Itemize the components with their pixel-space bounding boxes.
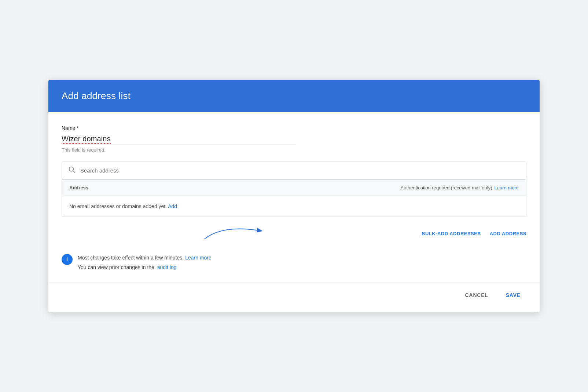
name-input-wrapper: Wizer domains [62, 135, 526, 145]
actions-row: BULK-ADD ADDRESSES ADD ADDRESS [62, 224, 526, 246]
col-auth-header: Authentication required (received mail o… [401, 185, 519, 190]
arrow-annotation [201, 221, 274, 243]
name-input-value[interactable]: Wizer domains [62, 135, 111, 144]
search-box[interactable] [62, 161, 526, 179]
bulk-add-button[interactable]: BULK-ADD ADDRESSES [422, 229, 481, 239]
info-learn-more-link[interactable]: Learn more [185, 255, 212, 261]
col-auth-text: Authentication required (received mail o… [401, 185, 492, 190]
info-section: i Most changes take effect within a few … [62, 246, 526, 282]
table-empty-state: No email addresses or domains added yet.… [62, 196, 526, 217]
info-line2: You can view prior changes in the audit … [78, 263, 212, 272]
learn-more-link[interactable]: Learn more [495, 185, 519, 190]
dialog-body: Name * Wizer domains This field is requi… [48, 112, 540, 282]
search-input[interactable] [80, 167, 520, 174]
info-line1: Most changes take effect within a few mi… [78, 253, 212, 262]
address-table: Address Authentication required (receive… [62, 179, 526, 217]
input-underline [62, 145, 296, 145]
svg-line-1 [73, 171, 75, 173]
search-icon [68, 166, 76, 175]
field-error-message: This field is required. [62, 147, 526, 153]
dialog-footer: CANCEL SAVE [48, 282, 540, 312]
add-link[interactable]: Add [168, 203, 177, 209]
info-text: Most changes take effect within a few mi… [78, 253, 212, 272]
dialog-title: Add address list [62, 90, 526, 102]
table-header: Address Authentication required (receive… [62, 179, 526, 196]
audit-log-link[interactable]: audit log [157, 264, 177, 270]
cancel-button[interactable]: CANCEL [459, 288, 494, 302]
save-button[interactable]: SAVE [500, 288, 526, 302]
info-icon: i [62, 254, 73, 265]
empty-message: No email addresses or domains added yet. [69, 203, 167, 209]
info-line1-text: Most changes take effect within a few mi… [78, 255, 184, 261]
name-field-label: Name * [62, 125, 526, 131]
add-address-list-dialog: Add address list Name * Wizer domains Th… [48, 80, 540, 312]
info-line2-text: You can view prior changes in the [78, 264, 154, 270]
add-address-button[interactable]: ADD ADDRESS [490, 229, 526, 239]
col-address-header: Address [69, 185, 401, 190]
dialog-header: Add address list [48, 80, 540, 112]
